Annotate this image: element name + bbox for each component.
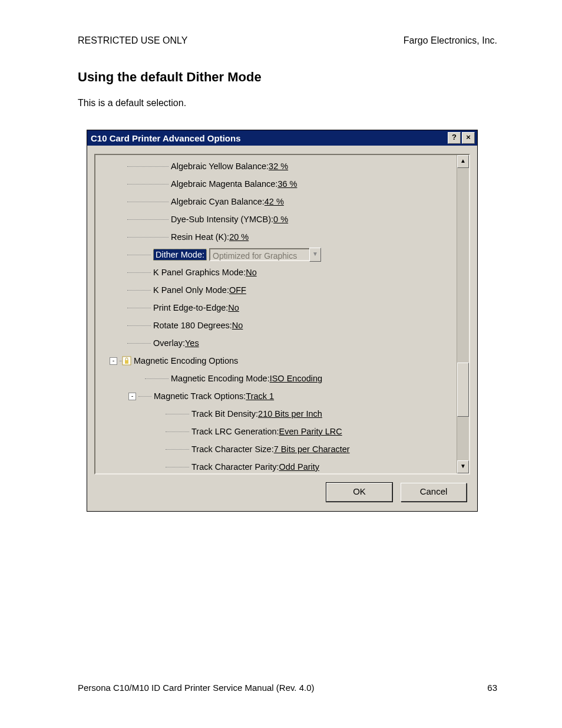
options-tree: Algebraic Yellow Balance: 32 % Algebraic… — [94, 154, 470, 475]
dialog-title: C10 Card Printer Advanced Options — [91, 133, 448, 143]
tree-item-value[interactable]: Track 1 — [246, 391, 274, 401]
lock-options-icon — [122, 356, 131, 365]
section-title: Using the default Dither Mode — [78, 70, 497, 85]
footer-left: Persona C10/M10 ID Card Printer Service … — [78, 683, 315, 693]
titlebar-help-button[interactable]: ? — [448, 132, 461, 144]
advanced-options-dialog: C10 Card Printer Advanced Options ? × Al… — [87, 130, 478, 512]
svg-rect-1 — [125, 360, 128, 364]
tree-item-label: K Panel Graphics Mode: — [153, 268, 246, 277]
tree-item-value[interactable]: 20 % — [229, 232, 249, 242]
tree-item-label: Track Character Size: — [191, 444, 274, 454]
tree-item-label: Track Bit Density: — [191, 409, 258, 419]
titlebar-close-button[interactable]: × — [462, 132, 475, 144]
tree-node-track-options[interactable]: Magnetic Track Options: — [154, 391, 246, 401]
tree-item-label: Algebraic Magenta Balance: — [171, 179, 277, 189]
tree-item-value[interactable]: OFF — [229, 285, 246, 295]
tree-item-label: Algebraic Cyan Balance: — [171, 197, 265, 206]
footer-page-number: 63 — [487, 683, 497, 693]
chevron-down-icon[interactable]: ▼ — [309, 248, 321, 262]
cancel-button[interactable]: Cancel — [401, 483, 467, 502]
tree-item-label: Resin Heat (K): — [171, 232, 229, 242]
dialog-titlebar: C10 Card Printer Advanced Options ? × — [87, 130, 477, 146]
scroll-up-button[interactable]: ▲ — [457, 155, 469, 168]
tree-item-label: Algebraic Yellow Balance: — [171, 162, 269, 171]
vertical-scrollbar[interactable]: ▲ ▼ — [457, 155, 469, 473]
tree-item-value[interactable]: 210 Bits per Inch — [258, 409, 322, 419]
ok-button[interactable]: OK — [326, 483, 392, 502]
tree-item-value[interactable]: 36 % — [277, 179, 297, 189]
tree-item-value[interactable]: 42 % — [265, 197, 284, 206]
tree-item-value[interactable]: 0 % — [273, 215, 288, 224]
tree-item-value[interactable]: Yes — [185, 338, 199, 348]
tree-item-value[interactable]: 32 % — [269, 162, 288, 171]
tree-node-magnetic-encoding[interactable]: Magnetic Encoding Options — [134, 356, 238, 365]
tree-item-label: Magnetic Encoding Mode: — [171, 374, 270, 383]
tree-item-value[interactable]: ISO Encoding — [270, 374, 322, 383]
header-left: RESTRICTED USE ONLY — [78, 35, 187, 46]
scrollbar-thumb[interactable] — [457, 363, 469, 417]
tree-item-value[interactable]: Odd Parity — [279, 462, 320, 472]
tree-item-value[interactable]: No — [246, 268, 257, 277]
tree-item-label: Print Edge-to-Edge: — [153, 303, 228, 312]
tree-item-label: Track LRC Generation: — [191, 427, 279, 436]
tree-expander[interactable]: - — [110, 357, 117, 365]
tree-item-label: Track Character Parity: — [191, 462, 279, 472]
body-text: This is a default selection. — [78, 98, 497, 108]
dither-mode-value: Optimized for Graphics — [209, 248, 321, 261]
header-right: Fargo Electronics, Inc. — [404, 35, 497, 46]
tree-item-dither-mode[interactable]: Dither Mode: — [153, 249, 207, 261]
tree-item-label: K Panel Only Mode: — [153, 285, 229, 295]
dither-mode-combo[interactable]: Optimized for Graphics ▼ — [209, 248, 321, 262]
scroll-down-button[interactable]: ▼ — [457, 460, 469, 473]
tree-item-label: Rotate 180 Degrees: — [153, 321, 232, 330]
tree-item-label: Overlay: — [153, 338, 185, 348]
scrollbar-track[interactable] — [457, 168, 469, 460]
tree-item-value[interactable]: 7 Bits per Character — [274, 444, 350, 454]
tree-item-label: Dye-Sub Intensity (YMCB): — [171, 215, 273, 224]
tree-item-value[interactable]: Even Parity LRC — [279, 427, 342, 436]
tree-expander[interactable]: - — [128, 393, 136, 400]
tree-item-value[interactable]: No — [228, 303, 239, 312]
tree-item-value[interactable]: No — [232, 321, 243, 330]
